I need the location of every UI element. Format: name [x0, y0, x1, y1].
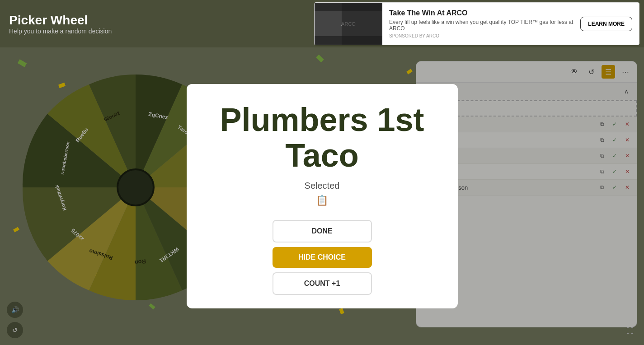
- main-area: ZqCnez TacoCabana Jicicle gofastdan run_…: [0, 47, 644, 345]
- modal-overlay: Plumbers 1st Taco Selected 📋 DONE HIDE C…: [0, 47, 644, 345]
- modal-list-icon: 📋: [316, 195, 328, 206]
- ad-content: Take The Win At ARCO Every fill up feels…: [382, 5, 580, 43]
- ad-banner: ARCO Take The Win At ARCO Every fill up …: [314, 2, 639, 45]
- ad-image: ARCO: [315, 2, 382, 45]
- done-button[interactable]: DONE: [273, 220, 372, 242]
- hide-choice-button[interactable]: HIDE CHOICE: [273, 247, 372, 268]
- app-title: Picker Wheel: [9, 13, 112, 28]
- modal-selected-label: Selected: [305, 181, 340, 191]
- header: Picker Wheel Help you to make a random d…: [0, 0, 644, 47]
- ad-sponsored: SPONSORED BY ARCO: [389, 33, 573, 38]
- count-button[interactable]: COUNT +1: [273, 272, 372, 295]
- ad-learn-more-button[interactable]: LEARN MORE: [580, 17, 632, 31]
- modal-result-text: Plumbers 1st Taco: [200, 102, 444, 173]
- svg-rect-3: [342, 2, 382, 45]
- ad-headline: Take The Win At ARCO: [389, 9, 573, 17]
- ad-body: Every fill up feels like a win when you …: [389, 19, 573, 32]
- result-modal: Plumbers 1st Taco Selected 📋 DONE HIDE C…: [187, 84, 458, 308]
- modal-buttons: DONE HIDE CHOICE COUNT +1: [273, 220, 372, 295]
- app-subtitle: Help you to make a random decision: [9, 28, 112, 35]
- header-text: Picker Wheel Help you to make a random d…: [9, 13, 112, 35]
